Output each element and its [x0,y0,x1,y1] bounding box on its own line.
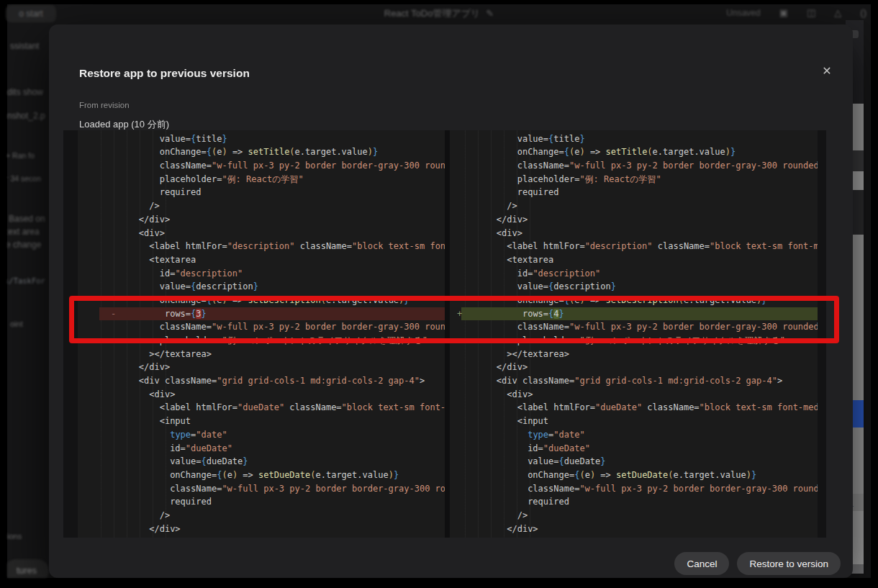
code-line: onChange={(e) => setDueDate(e.target.val… [450,469,818,482]
code-line: <textarea [78,253,445,267]
code-line: <textarea [450,253,818,267]
code-line: <div> [450,227,818,240]
code-line: <div className="grid grid-cols-1 md:grid… [78,374,445,388]
sidebar-text-fragment: s/TaskFor [7,276,45,285]
code-line: value={dueDate} [78,455,445,469]
code-line: <input [78,415,445,428]
sidebar-text-fragment: r 34 secon [7,174,41,183]
code-line: onChange={(e) => setTitle(e.target.value… [78,145,445,159]
code-line: <label htmlFor="dueDate" className="bloc… [450,401,818,415]
code-line: /> [78,509,445,523]
code-line: id="dueDate" [78,442,445,456]
code-line: required [78,495,445,509]
code-line: <label htmlFor="description" className="… [78,240,445,253]
edit-title-icon: ✎ [486,8,494,19]
diff-pane-original-code: id="title" value={title} onChange={(e) =… [78,130,445,535]
code-line: <label htmlFor="description" className="… [450,240,818,253]
diff-pane-original: id="title" value={title} onChange={(e) =… [78,130,445,538]
code-line: /> [450,199,818,213]
code-line: className="w-full px-3 py-2 border borde… [78,320,445,334]
revision-name: Loaded app (10 分前) [79,118,169,131]
diff-pane-revised-code: id="title" value={title} onChange={(e) =… [450,130,818,535]
diff-split-divider [445,130,450,538]
code-line: id="description" [78,267,445,281]
code-line: type="date" [450,428,818,442]
code-line: <label htmlFor="dueDate" className="bloc… [78,401,445,415]
diff-gutter-right [818,130,826,538]
code-line: value={title} [78,132,445,146]
code-line: </div> [450,213,818,227]
code-braces-icon: () [860,7,866,18]
code-line: placeholder="例: コンポーネントのライフサイクルを理解する" [450,334,818,348]
sidebar-text-fragment: Based on [9,214,45,224]
start-pill-button: o start [6,5,56,22]
code-line: type="date" [78,428,445,442]
code-line: className="w-full px-3 py-2 border borde… [450,159,818,173]
code-line: <input [450,415,818,428]
unsaved-status: Unsaved [726,8,760,18]
code-line: <div> [78,227,445,240]
code-line: /> [78,199,445,213]
code-line: /> [450,509,818,523]
features-pill-button: tures [7,559,49,578]
sidebar-text-fragment: nshot_2.p [7,111,45,121]
code-line: onChange={(e) => setDescription(e.target… [450,294,818,307]
diff-gutter-left [63,130,78,538]
code-line: ></textarea> [78,348,445,361]
restore-to-version-button[interactable]: Restore to version [737,552,841,575]
sidebar-text-fragment: dits show [7,87,43,97]
code-line: className="w-full px-3 py-2 border borde… [450,320,818,334]
code-line: </div> [78,523,445,536]
sidebar-text-fragment: ions [7,532,22,540]
code-line: <div> [450,388,818,402]
code-line: value={description} [78,280,445,294]
diff-changed-line: + rows={4} [450,307,818,321]
close-icon[interactable]: ✕ [818,62,836,79]
code-line: </div> [78,361,445,374]
app-topbar: o start React ToDo管理アプリ✎ Unsaved ▣ ◫ △ (… [7,4,871,24]
panel-icon: ▣ [779,7,788,18]
sidebar-text-fragment: + Ran fo [7,151,35,160]
code-line: onChange={(e) => setDescription(e.target… [78,294,445,307]
code-line: onChange={(e) => setDueDate(e.target.val… [78,469,445,482]
code-line: ></textarea> [450,348,818,361]
code-line: value={description} [450,280,818,294]
code-line: <div> [78,388,445,402]
code-line: <div className="grid grid-cols-1 md:grid… [450,374,818,388]
from-revision-label: From revision [79,101,130,109]
topbar-actions: Unsaved ▣ ◫ △ () [726,7,866,18]
code-line: required [78,186,445,199]
code-line: className="w-full px-3 py-2 border borde… [78,159,445,173]
copy-icon: ◫ [807,7,815,18]
code-line: </div> [450,361,818,374]
code-line: className="w-full px-3 py-2 border borde… [450,482,818,496]
dialog-footer: Cancel Restore to version [674,552,841,575]
code-line: value={dueDate} [450,455,818,469]
code-line: required [450,495,818,509]
diff-pane-revised: id="title" value={title} onChange={(e) =… [450,130,818,538]
code-line: onChange={(e) => setTitle(e.target.value… [450,145,818,159]
diff-changed-line: - rows={3} [78,307,445,321]
restore-version-dialog: Restore app to previous version ✕ From r… [49,24,853,578]
code-line: placeholder="例: Reactの学習" [450,173,818,186]
code-line: className="w-full px-3 py-2 border borde… [78,482,445,496]
code-diff-viewer[interactable]: id="title" value={title} onChange={(e) =… [63,130,826,538]
share-icon: △ [834,7,841,18]
code-line: id="dueDate" [450,442,818,456]
sidebar-text-fragment: e change [7,240,41,250]
sidebar-text-fragment: oint [10,320,23,328]
chat-sidebar-fragments: tures ssistantdits shownshot_2.p+ Ran fo… [7,22,49,578]
sidebar-text-fragment: ssistant [10,41,40,51]
code-line: placeholder="例: Reactの学習" [78,173,445,186]
sidebar-text-fragment: text area [7,227,40,237]
code-line: </div> [78,213,445,227]
code-line: value={title} [450,132,818,146]
code-line: </div> [450,523,818,536]
start-pill-label: o start [19,9,42,19]
cancel-button[interactable]: Cancel [674,552,729,575]
code-line: placeholder="例: コンポーネントのライフサイクルを理解する" [78,334,445,348]
dialog-title: Restore app to previous version [79,67,250,80]
code-line: required [450,186,818,199]
code-line: id="description" [450,267,818,281]
app-title: React ToDo管理アプリ✎ [384,7,494,20]
